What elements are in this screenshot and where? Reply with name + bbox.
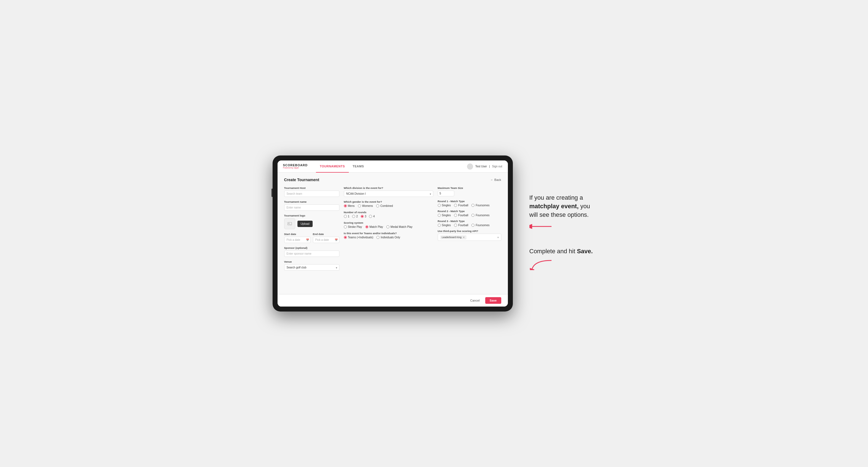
max-team-size-input[interactable] [438, 191, 454, 196]
gender-combined-radio[interactable] [376, 205, 379, 208]
individuals-radio[interactable] [376, 236, 379, 239]
round1-match-type: Round 1 - Match Type Singles Fourball [438, 200, 501, 207]
tablet-device: SCOREBOARD Powered by clippit TOURNAMENT… [273, 155, 513, 312]
teams-radio-group: Teams (+Individuals) Individuals Only [344, 236, 433, 239]
scoring-medal-label: Medal Match Play [391, 225, 412, 228]
nav-link-teams[interactable]: TEAMS [349, 160, 368, 173]
start-calendar-icon: 📅 [306, 239, 309, 241]
scoring-medal-radio[interactable] [386, 225, 390, 228]
upload-button[interactable]: Upload [298, 221, 313, 227]
venue-label: Venue [284, 260, 339, 263]
start-date-label: Start date [284, 232, 311, 236]
scoring-label: Scoring system [344, 221, 433, 224]
rounds-4-radio[interactable] [369, 215, 372, 218]
round3-fourball-radio[interactable] [454, 224, 457, 227]
user-avatar [467, 163, 473, 169]
venue-group: Venue Search golf club [284, 260, 339, 271]
rounds-2[interactable]: 2 [352, 215, 358, 218]
save-button[interactable]: Save [485, 297, 501, 304]
tournament-logo-group: Tournament logo Upload [284, 214, 339, 229]
gender-womens-label: Womens [362, 205, 373, 208]
max-team-size-group: Maximum Team Size [438, 186, 501, 196]
round1-singles[interactable]: Singles [438, 204, 451, 207]
scoring-match-radio[interactable] [365, 225, 368, 228]
round1-foursomes[interactable]: Foursomes [471, 204, 489, 207]
rounds-2-radio[interactable] [352, 215, 355, 218]
tournament-host-input[interactable] [284, 191, 339, 197]
annotation-bottom-text1: Complete and hit [529, 248, 577, 255]
teams-radio[interactable] [344, 236, 347, 239]
venue-select[interactable]: Search golf club [284, 264, 339, 271]
end-calendar-icon: 📅 [335, 239, 338, 241]
round1-fourball-label: Fourball [458, 204, 468, 207]
scoring-stroke[interactable]: Stroke Play [344, 225, 362, 228]
teams-option[interactable]: Teams (+Individuals) [344, 236, 373, 239]
sponsor-input[interactable] [284, 250, 339, 257]
tournament-name-input[interactable] [284, 205, 339, 211]
api-tag-input[interactable]: Leaderboard King ✕ ▾ [438, 234, 501, 241]
gender-mens[interactable]: Mens [344, 205, 354, 208]
svg-rect-0 [288, 222, 291, 225]
scoring-medal[interactable]: Medal Match Play [386, 225, 412, 228]
sign-out-link[interactable]: Sign out [492, 165, 502, 168]
back-link[interactable]: ← Back [491, 178, 501, 181]
round3-fourball-label: Fourball [458, 224, 468, 227]
round1-foursomes-radio[interactable] [471, 204, 474, 207]
round2-foursomes[interactable]: Foursomes [471, 214, 489, 217]
round2-fourball-radio[interactable] [454, 214, 457, 217]
api-tag-close[interactable]: ✕ [463, 236, 465, 239]
form-col-middle: Which division is the event for? NCAA Di… [344, 186, 433, 274]
nav-link-tournaments[interactable]: TOURNAMENTS [316, 160, 349, 173]
individuals-option[interactable]: Individuals Only [376, 236, 400, 239]
page-wrapper: SCOREBOARD Powered by clippit TOURNAMENT… [11, 155, 857, 312]
round1-singles-radio[interactable] [438, 204, 441, 207]
tournament-name-label: Tournament name [284, 200, 339, 203]
form-col-left: Tournament Host Tournament name Tourname… [284, 186, 339, 274]
gender-womens-radio[interactable] [358, 205, 361, 208]
scoring-radio-group: Stroke Play Match Play Medal Match Play [344, 225, 433, 228]
round2-singles-label: Singles [442, 214, 451, 217]
scoring-match[interactable]: Match Play [365, 225, 383, 228]
round3-singles-radio[interactable] [438, 224, 441, 227]
cancel-button[interactable]: Cancel [467, 297, 483, 304]
rounds-1[interactable]: 1 [344, 215, 350, 218]
scoring-stroke-label: Stroke Play [348, 225, 362, 228]
gender-womens[interactable]: Womens [358, 205, 373, 208]
start-date-group: Start date 📅 [284, 232, 311, 243]
round2-singles-radio[interactable] [438, 214, 441, 217]
max-team-size-label: Maximum Team Size [438, 186, 501, 189]
round3-label: Round 3 - Match Type [438, 220, 501, 223]
tablet-side-button [272, 189, 273, 197]
rounds-4[interactable]: 4 [369, 215, 375, 218]
round3-fourball[interactable]: Fourball [454, 224, 468, 227]
rounds-3[interactable]: 3 [361, 215, 367, 218]
rounds-3-radio[interactable] [361, 215, 364, 218]
scoring-stroke-radio[interactable] [344, 225, 347, 228]
teams-label: Is this event for Teams and/or Individua… [344, 232, 433, 235]
gender-mens-radio[interactable] [344, 205, 347, 208]
rounds-1-radio[interactable] [344, 215, 347, 218]
round3-singles[interactable]: Singles [438, 224, 451, 227]
start-date-wrapper: 📅 [284, 237, 311, 243]
annotation-top: If you are creating a matchplay event, y… [529, 194, 596, 219]
rounds-group: Number of rounds 1 2 [344, 211, 433, 218]
scoring-match-label: Match Play [370, 225, 383, 228]
round1-fourball-radio[interactable] [454, 204, 457, 207]
round3-foursomes-radio[interactable] [471, 224, 474, 227]
round3-foursomes-label: Foursomes [475, 224, 489, 227]
page-header: Create Tournament ← Back [284, 178, 501, 182]
rounds-radio-group: 1 2 3 [344, 215, 433, 218]
gender-combined[interactable]: Combined [376, 205, 393, 208]
venue-select-wrapper: Search golf club [284, 264, 339, 271]
date-row: Start date 📅 End date 📅 [284, 232, 339, 243]
api-label: Use third-party live scoring API? [438, 229, 501, 232]
division-select[interactable]: NCAA Division I [344, 191, 433, 197]
round3-foursomes[interactable]: Foursomes [471, 224, 489, 227]
round1-fourball[interactable]: Fourball [454, 204, 468, 207]
api-tag: Leaderboard King ✕ [440, 235, 467, 240]
round2-singles[interactable]: Singles [438, 214, 451, 217]
round2-foursomes-radio[interactable] [471, 214, 474, 217]
round2-fourball[interactable]: Fourball [454, 214, 468, 217]
annotation-top-text1: If you are creating a [529, 194, 583, 201]
gender-radio-group: Mens Womens Combined [344, 205, 433, 208]
